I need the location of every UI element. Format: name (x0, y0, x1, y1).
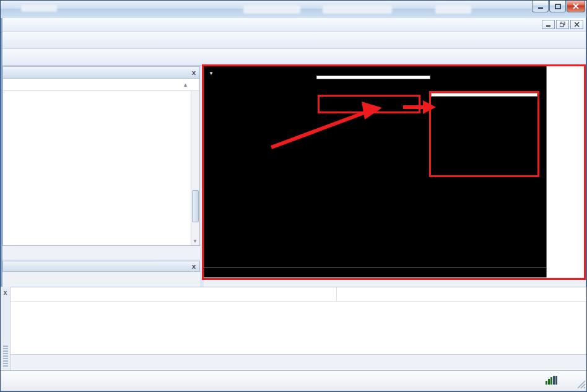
window-title (19, 5, 59, 14)
status-bar (1, 370, 587, 391)
navigator-tabs (2, 272, 200, 287)
maximize-button[interactable] (549, 1, 566, 12)
terminal-close-icon[interactable]: x (1, 289, 10, 296)
standard-toolbar (2, 32, 586, 49)
minimize-button[interactable] (532, 1, 549, 12)
scroll-up-icon[interactable]: ▲ (183, 82, 188, 88)
child-restore-button[interactable] (556, 20, 569, 29)
market-watch-panel-header[interactable]: x (2, 66, 200, 79)
child-close-button[interactable] (570, 20, 583, 29)
trade-submenu (431, 93, 537, 97)
connection-status-icon (546, 376, 558, 385)
resize-grip[interactable] (577, 380, 586, 389)
annotation-box-trade-item (318, 95, 420, 113)
chart-context-menu (316, 76, 430, 79)
market-watch-close-icon[interactable]: x (192, 69, 196, 76)
terminal-header-row[interactable] (11, 287, 587, 302)
redacted-patch (243, 6, 300, 14)
menu-bar (2, 18, 586, 32)
scroll-down-icon[interactable]: ▼ (193, 238, 198, 244)
redacted-account (21, 5, 57, 12)
terminal-grip[interactable] (3, 346, 8, 367)
navigator-close-icon[interactable]: x (192, 263, 196, 270)
drawing-toolbar (2, 49, 586, 66)
mt4-application-window: x ▲ ▼ x ▼ (0, 0, 587, 392)
market-watch-header-row[interactable]: ▲ (3, 79, 199, 91)
market-watch-scrollbar[interactable]: ▼ (191, 91, 199, 245)
market-watch-tabs (2, 246, 200, 259)
terminal-tabs (11, 354, 587, 370)
scrollbar-thumb[interactable] (192, 190, 199, 222)
close-button[interactable] (567, 1, 585, 12)
redacted-patch (435, 6, 471, 14)
terminal-panel (11, 287, 587, 354)
redacted-patch (323, 6, 392, 14)
annotation-box-submenu (429, 91, 539, 177)
terminal-side-strip: x (1, 287, 11, 370)
navigator-panel-header[interactable]: x (2, 261, 200, 272)
child-minimize-button[interactable] (542, 20, 555, 29)
market-watch-table: ▲ ▼ (2, 79, 200, 246)
title-bar[interactable] (1, 1, 587, 18)
